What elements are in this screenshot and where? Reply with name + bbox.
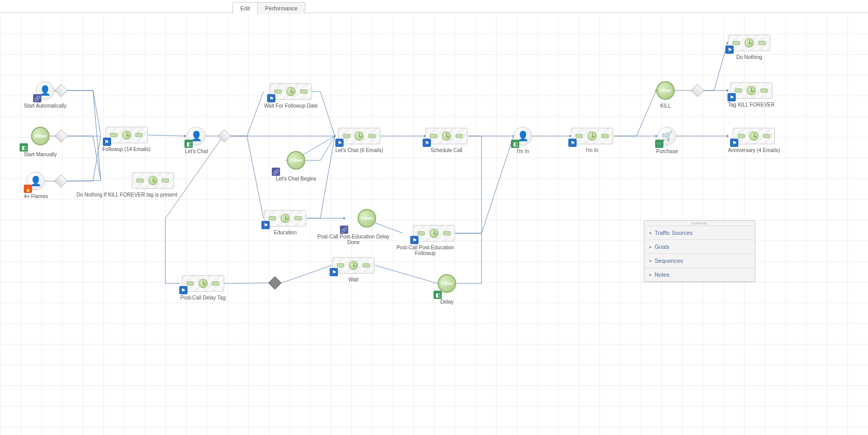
goal-lets-chat-begins[interactable]: Other 🔗 Let's Chat Begins xyxy=(276,151,316,182)
decision-2[interactable] xyxy=(56,131,66,141)
flag-icon: ⚑ xyxy=(261,221,270,229)
seq-post-call-delay[interactable]: ⚑ Post-Call Delay Tag xyxy=(180,275,226,301)
menu-icon: ◧ xyxy=(184,140,193,148)
label: Education xyxy=(264,230,306,235)
seq-followup-14[interactable]: ⚑ Followup (14 Emails) xyxy=(102,127,150,152)
goal-purchase[interactable]: 🛒🛒 Purchase xyxy=(656,127,678,154)
goal-edu-done[interactable]: Other 🔗 Post-Call Post-Education Delay D… xyxy=(344,209,390,245)
seq-im-in[interactable]: ⚑ I'm In xyxy=(571,128,613,153)
flag-icon: ⚑ xyxy=(725,46,734,54)
decision-1[interactable] xyxy=(56,86,66,95)
clock-icon xyxy=(587,131,597,141)
menu-icon: ◧ xyxy=(511,140,519,148)
label: I'm In xyxy=(571,147,613,153)
flag-icon: ⚑ xyxy=(267,94,275,102)
flag-icon: ⚑ xyxy=(410,236,419,244)
goal-start-manual[interactable]: Other ◧ Start Manually xyxy=(24,127,57,157)
other-icon: Other xyxy=(656,81,675,100)
flag-icon: ⚑ xyxy=(335,139,344,147)
decision-kill[interactable] xyxy=(693,86,702,95)
seq-lets-chat-6[interactable]: ⚑ Let's Chat (6 Emails) xyxy=(335,128,383,153)
goal-delay[interactable]: Other ◧ Delay xyxy=(438,274,456,305)
decision-delay[interactable] xyxy=(270,278,280,288)
goal-lets-chat[interactable]: 👤◧ Let's Chat xyxy=(185,127,208,154)
label: KILL xyxy=(656,103,675,109)
seq-do-nothing[interactable]: ⚑ Do Nothing xyxy=(728,35,770,60)
flag-icon: ⚑ xyxy=(423,139,431,147)
label: Do Nothing If KILL FOREVER tag is presen… xyxy=(76,192,177,198)
clock-icon xyxy=(429,229,439,238)
goal-kill[interactable]: Other KILL xyxy=(656,81,675,109)
label: Schedule Call xyxy=(425,147,468,153)
label: Do Nothing xyxy=(728,54,770,60)
label: Start Automatically xyxy=(24,103,67,109)
seq-education[interactable]: ⚑ Education xyxy=(264,210,306,235)
label: Delay xyxy=(438,299,456,305)
clock-icon xyxy=(747,86,756,95)
flag-icon: ⚑ xyxy=(179,286,188,294)
label: Let's Chat (6 Emails) xyxy=(335,147,383,153)
clock-icon xyxy=(286,87,296,96)
label: Start Manually xyxy=(24,152,57,157)
menu-icon: ◧ xyxy=(20,143,28,152)
panel-sequences[interactable]: Sequences xyxy=(644,254,755,268)
cart-badge-icon: 🛒 xyxy=(655,140,663,148)
tab-edit[interactable]: Edit xyxy=(233,3,258,14)
label: Followup (14 Emails) xyxy=(102,146,150,152)
seq-anniversary[interactable]: ⚑ Anniversary (4 Emails) xyxy=(728,128,780,153)
link-icon: 🔗 xyxy=(272,168,280,176)
label: Post-Call Post-Education Delay Done xyxy=(317,234,390,245)
decision-3[interactable] xyxy=(56,176,66,186)
label: Wait For Followup Date xyxy=(264,103,318,109)
label: Tag KILL FOREVER xyxy=(728,102,774,108)
flag-icon: ⚑ xyxy=(103,138,111,146)
link-icon: 🔗 xyxy=(33,94,41,102)
decision-lets-chat[interactable] xyxy=(220,131,229,141)
panel-traffic-sources[interactable]: Traffic Sources xyxy=(644,226,755,240)
clock-icon xyxy=(198,279,208,288)
clock-icon xyxy=(442,131,451,141)
clock-icon xyxy=(148,176,158,185)
clock-icon xyxy=(354,131,364,141)
label: Let's Chat Begins xyxy=(276,176,316,182)
flag-icon: ⚑ xyxy=(727,93,736,101)
label: Purchase xyxy=(656,148,678,154)
clock-icon xyxy=(122,130,131,140)
flag-icon: ⚑ xyxy=(330,268,338,276)
label: Let's Chat xyxy=(185,148,208,154)
tab-bar: Edit Performance xyxy=(233,2,305,14)
menu-icon: ◧ xyxy=(433,291,442,299)
panel-notes[interactable]: Notes xyxy=(644,268,755,281)
seq-schedule-call[interactable]: ⚑ Schedule Call xyxy=(425,128,468,153)
panel-goals[interactable]: Goals xyxy=(644,240,755,254)
tab-performance[interactable]: Performance xyxy=(258,3,305,14)
flag-icon: ⚑ xyxy=(568,139,577,147)
clock-icon xyxy=(749,131,758,141)
seq-wait[interactable]: ⚑ Wait xyxy=(332,257,375,282)
tools-panel[interactable]: Traffic Sources Goals Sequences Notes xyxy=(644,220,755,282)
goal-im-in[interactable]: 👤◧ I'm In xyxy=(514,127,532,154)
other-icon: Other xyxy=(287,151,305,170)
seq-wait-followup[interactable]: ⚑ Wait For Followup Date xyxy=(264,83,318,109)
label: Anniversary (4 Emails) xyxy=(728,147,780,153)
seq-tag-kill[interactable]: ⚑ Tag KILL FOREVER xyxy=(728,82,774,108)
label: 4+ Flames xyxy=(24,193,48,199)
clock-icon xyxy=(349,261,358,270)
other-icon: Other xyxy=(438,274,456,293)
other-icon: Other xyxy=(31,127,50,145)
flag-icon: ⚑ xyxy=(730,139,738,147)
other-icon: Other xyxy=(358,209,376,228)
label: Post-Call Delay Tag xyxy=(180,295,226,301)
clock-icon xyxy=(745,38,754,48)
label: Post-Call Post-Education Followup xyxy=(386,245,464,256)
seq-donothing-kill[interactable]: Do Nothing If KILL FOREVER tag is presen… xyxy=(102,172,203,198)
goal-flames[interactable]: 👤🔥 4+ Flames xyxy=(24,172,48,199)
panel-grip[interactable] xyxy=(644,221,755,226)
flame-icon: 🔥 xyxy=(24,185,32,193)
clock-icon xyxy=(281,214,290,223)
seq-edu-followup[interactable]: ⚑ Post-Call Post-Education Followup xyxy=(404,225,464,256)
link-icon: 🔗 xyxy=(340,226,348,234)
label: I'm In xyxy=(514,148,532,154)
label: Wait xyxy=(332,277,375,282)
